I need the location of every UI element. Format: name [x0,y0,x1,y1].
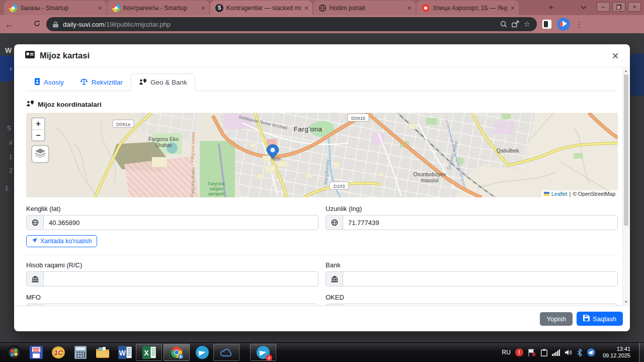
svg-text:1С: 1С [54,349,63,356]
language-indicator[interactable]: RU [502,349,511,356]
folder-app-icon[interactable] [92,343,114,361]
volume-icon[interactable] [565,349,573,356]
tab-close-icon[interactable]: × [304,4,308,12]
map-people-icon [139,79,147,87]
modal-scrollbar[interactable]: ▲ ▼ [622,67,629,305]
leaflet-map[interactable]: D091a D091b D103 Farg'ona Fargona Eko Sh… [26,113,618,197]
osm-link[interactable]: © OpenStreetMap [573,191,615,197]
tab-geo-bank[interactable]: Geo & Bank [131,74,195,91]
tray-app-icon[interactable] [587,348,596,357]
location-arrow-icon [32,238,37,245]
1c-app-icon[interactable]: 1С [47,343,69,361]
mfo-field-group: MFO [26,294,318,306]
save-button[interactable]: Saqlash [577,312,623,326]
tab-close-icon[interactable]: × [408,4,412,12]
browser-tab-2[interactable]: Контрагенты - Smartup × [107,1,209,15]
bank-icon [26,304,43,306]
coordinates-row: Kenglik (lat) Uzunlik (lng) [26,205,618,230]
word-app-icon[interactable]: W [114,343,136,361]
bank-row: Hisob raqami (R/C) Bank [26,261,618,286]
scroll-up-icon[interactable]: ▲ [624,67,628,74]
modal-title: Mijoz kartasi [40,51,90,60]
calculator-app-icon[interactable] [69,343,92,361]
scrollbar-thumb[interactable] [624,75,628,226]
zoom-out-button[interactable]: − [32,129,44,140]
browser-menu-icon[interactable]: ⋮ [576,21,583,28]
show-on-map-label: Xaritada ko'rsatish [40,238,92,245]
scroll-down-icon[interactable]: ▼ [624,299,628,305]
tab-rekvizitlar[interactable]: Rekvizitlar [72,74,131,91]
telegram-badge-taskbar-button[interactable]: 4 [250,344,276,361]
excel-taskbar-button[interactable]: X [136,344,162,361]
tab-close-icon[interactable]: × [201,4,205,12]
map-attribution: Leaflet | © OpenStreetMap [541,190,618,197]
telegram-taskbar-icon[interactable] [191,343,213,361]
save-label: Saqlash [593,315,616,323]
bookmark-star-icon[interactable]: ☆ [524,20,530,29]
map-canvas[interactable]: D091a D091b D103 Farg'ona Fargona Eko Sh… [26,113,618,197]
chrome-taskbar-button[interactable] [164,344,190,361]
close-icon[interactable]: × [612,50,619,62]
notification-badge: 4 [266,354,272,361]
tab-asosiy[interactable]: Asosiy [26,74,72,91]
cloud-taskbar-button[interactable] [213,344,239,361]
section-title-row: Mijoz koordinatalari [26,100,618,108]
oked-input[interactable] [343,304,618,306]
background-page-text: S [7,125,11,132]
bank-input[interactable] [343,271,618,286]
network-signal-icon[interactable] [552,349,560,356]
lat-input[interactable] [43,215,318,230]
smartup-favicon [112,4,120,12]
back-icon[interactable]: ← [5,20,14,29]
show-desktop-button[interactable] [639,343,644,362]
browser-tab-1[interactable]: Заказы - Smartup × [4,1,106,15]
tab-title: Kontragentlar — stacked moda [226,5,301,12]
smartup-favicon [9,4,17,12]
zoom-page-icon[interactable] [500,21,507,28]
lng-input[interactable] [343,215,618,230]
show-on-map-button[interactable]: Xaritada ko'rsatish [26,235,97,247]
profile-avatar[interactable] [557,18,570,31]
mfo-input[interactable] [43,304,318,306]
share-icon[interactable] [512,21,519,28]
zoom-in-button[interactable]: + [32,118,44,129]
extension-icon[interactable] [542,20,551,29]
modal-footer: Yopish Saqlash [14,306,630,331]
bluetooth-icon[interactable] [577,349,582,356]
security-alert-icon[interactable]: ! [515,348,523,356]
browser-tab-strip: Заказы - Smartup × Контрагенты - Smartup… [0,0,644,15]
bank-label: Bank [326,261,618,269]
taskbar-clock[interactable]: 13:41 09.12.2025 [603,346,630,359]
browser-tab-4[interactable]: Hodim portali × [313,1,416,15]
browser-tab-3-active[interactable]: S Kontragentlar — stacked moda × [210,1,312,15]
telegram-icon: 4 [257,346,270,359]
bank-icon [326,271,343,286]
tab-close-icon[interactable]: × [98,4,102,12]
browser-tab-5[interactable]: Улица Аэропорт, 1Б — Яндекс × [417,1,519,15]
svg-text:Qabulbek: Qabulbek [497,148,520,154]
tab-search-chevron-icon[interactable] [578,2,590,14]
action-center-flag-icon[interactable] [528,349,536,356]
layers-icon [35,149,46,160]
window-restore-button[interactable] [612,2,625,12]
account-input[interactable] [43,271,318,286]
account-field-group: Hisob raqami (R/C) [26,261,318,286]
background-page-text: 1. [5,185,10,192]
window-minimize-button[interactable]: – [597,2,610,12]
floppy-app-icon[interactable] [25,343,47,361]
start-button[interactable] [3,343,25,361]
new-tab-button[interactable]: + [545,2,557,14]
reload-icon[interactable] [33,20,41,29]
window-close-button[interactable]: × [628,2,641,12]
lng-field-group: Uzunlik (lng) [326,205,618,230]
leaflet-link[interactable]: Leaflet [551,191,568,197]
svg-text:massivi: massivi [421,177,438,183]
clipboard-tray-icon[interactable] [541,349,547,356]
forward-icon[interactable]: → [19,20,28,29]
tab-close-icon[interactable]: × [511,4,515,12]
map-layers-button[interactable] [31,145,49,163]
address-bar[interactable]: daily-suvi.com/19l/public/mijozlar.php ☆ [46,17,537,31]
city-label: Farg'ona [294,125,323,133]
close-modal-button[interactable]: Yopish [540,312,573,326]
tray-date: 09.12.2025 [603,352,630,359]
